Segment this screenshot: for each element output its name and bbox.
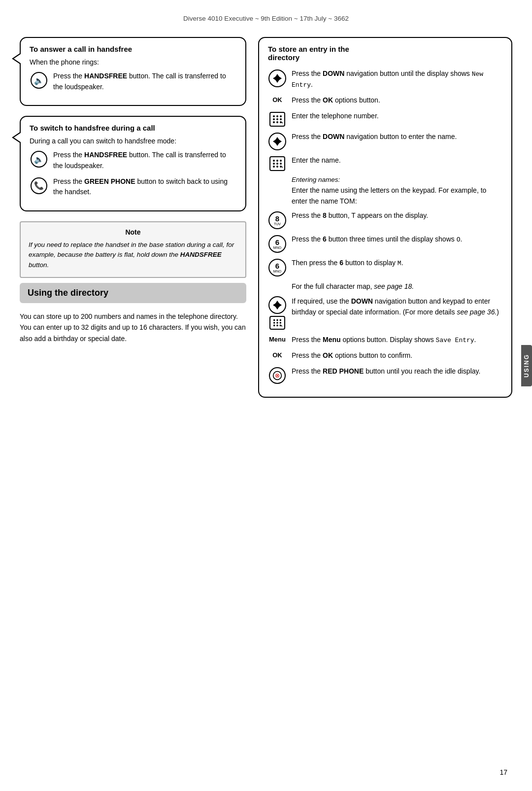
speaker-icon-cell: 🔈	[30, 71, 48, 89]
step-ok-confirm-text: Press the OK options button to confirm.	[292, 350, 502, 361]
entering-names-label: Entering names:	[292, 176, 502, 183]
red-phone-svg: ⊗	[272, 371, 282, 380]
step-enter-number-text: Enter the telephone number.	[292, 111, 502, 122]
section-body: You can store up to 200 numbers and name…	[20, 311, 246, 344]
store-entry-box: To store an entry in the directory	[258, 37, 512, 398]
char-map-note: For the full character map, see page 18.	[292, 281, 502, 292]
svg-marker-1	[275, 80, 279, 83]
side-tab: USING	[521, 345, 532, 386]
keypad-icon-2-cell	[268, 155, 287, 171]
svg-marker-30	[275, 301, 279, 304]
left-column: To answer a call in handsfree When the p…	[20, 37, 246, 408]
page-header: Diverse 4010 Executive ~ 9th Edition ~ 1…	[20, 15, 512, 22]
section-heading: Using the directory	[20, 283, 246, 303]
speaker-icon2-cell: 🔈	[30, 150, 48, 168]
box-switch-intro: During a call you can switch to handsfre…	[30, 137, 236, 145]
box-answer-step1-text: Press the HANDSFREE button. The call is …	[53, 71, 236, 92]
speaker-icon: 🔈	[31, 72, 47, 89]
step-press-6-three-text: Press the 6 button three times until the…	[292, 234, 502, 245]
step-press-6-again: 6 MNO Then press the 6 button to display…	[268, 258, 502, 276]
num6a-icon: 6 MNO	[268, 235, 286, 253]
num8-icon: 8 TUV	[268, 211, 286, 229]
nav-icon-2	[268, 133, 286, 150]
svg-rect-34	[276, 304, 279, 307]
svg-point-26	[273, 166, 275, 168]
step-menu: Menu Press the Menu options button. Disp…	[268, 335, 502, 345]
svg-marker-31	[275, 307, 279, 310]
step-birthday: If required, use the DOWN navigation but…	[268, 296, 502, 330]
step-press-6-three: 6 MNO Press the 6 button three times unt…	[268, 234, 502, 253]
svg-marker-18	[279, 139, 282, 143]
step-nav-new-entry: Press the DOWN navigation button until t…	[268, 69, 502, 90]
step-press-8: 8 TUV Press the 8 button, T appears on t…	[268, 210, 502, 229]
step-press-6-again-text: Then press the 6 button to display M.	[292, 258, 502, 269]
step-red-phone: ⊗ Press the RED PHONE button until you r…	[268, 366, 502, 384]
ok-label-1-cell: OK	[268, 95, 287, 103]
keypad-dots-2	[272, 159, 283, 169]
svg-marker-16	[275, 143, 279, 146]
svg-line-44	[281, 325, 282, 326]
svg-point-5	[273, 115, 275, 117]
step-nav-name-text: Press the DOWN navigation button to ente…	[292, 132, 502, 142]
speaker-icon-2: 🔈	[31, 151, 47, 168]
num6a-icon-cell: 6 MNO	[268, 234, 287, 253]
svg-rect-19	[276, 140, 279, 143]
birthday-icons-cell	[268, 296, 287, 330]
note-box: Note If you need to replace the handset …	[20, 221, 246, 278]
svg-marker-15	[275, 137, 279, 140]
svg-rect-4	[276, 77, 279, 80]
num8-icon-cell: 8 TUV	[268, 210, 287, 229]
header-text: Diverse 4010 Executive ~ 9th Edition ~ 1…	[183, 15, 349, 22]
nav-icon-birthday	[268, 296, 286, 314]
page-number: 17	[499, 768, 507, 776]
menu-label-cell: Menu	[268, 335, 287, 343]
note-text: If you need to replace the handset in th…	[29, 240, 237, 270]
svg-line-14	[282, 122, 283, 123]
svg-point-38	[273, 322, 275, 324]
box-switch-step1-text: Press the HANDSFREE button. The call is …	[53, 150, 236, 171]
svg-point-42	[276, 325, 278, 327]
step-enter-name-text: Enter the name.	[292, 155, 502, 166]
box-switch-handsfree: To switch to handsfree during a call Dur…	[20, 116, 246, 211]
ok-label-2: OK	[272, 351, 282, 359]
keypad-icon-birthday	[269, 316, 285, 330]
box-switch-title: To switch to handsfree during a call	[30, 124, 236, 132]
step-press-8-text: Press the 8 button, T appears on the dis…	[292, 210, 502, 221]
svg-point-39	[276, 322, 278, 324]
keypad-icon-1-cell	[268, 111, 287, 127]
svg-point-21	[276, 160, 278, 162]
svg-point-36	[276, 319, 278, 321]
step-enter-number: Enter the telephone number.	[268, 111, 502, 127]
svg-point-40	[280, 322, 282, 324]
svg-point-37	[280, 319, 282, 321]
nav-icon-2-cell	[268, 132, 287, 150]
svg-point-13	[280, 121, 282, 123]
entering-names-desc: Enter the name using the letters on the …	[292, 185, 502, 206]
keypad-dots-1	[272, 114, 283, 124]
step-ok-1: OK Press the OK options button.	[268, 95, 502, 106]
step-menu-text: Press the Menu options button. Display s…	[292, 335, 502, 345]
svg-marker-17	[273, 139, 276, 143]
svg-marker-33	[279, 303, 282, 307]
svg-point-23	[273, 163, 275, 165]
svg-marker-3	[279, 76, 282, 80]
nav-cross-icon-2	[272, 136, 283, 147]
step-ok-1-text: Press the OK options button.	[292, 95, 502, 106]
step-nav-name: Press the DOWN navigation button to ente…	[268, 132, 502, 150]
menu-label: Menu	[269, 336, 286, 343]
red-phone-icon-cell: ⊗	[268, 366, 287, 384]
svg-point-20	[273, 160, 275, 162]
ok-label-2-cell: OK	[268, 350, 287, 359]
svg-point-27	[276, 166, 278, 168]
svg-point-22	[280, 160, 282, 162]
svg-point-6	[276, 115, 278, 117]
svg-point-35	[273, 319, 275, 321]
svg-point-12	[276, 121, 278, 123]
num6b-icon: 6 MNO	[268, 259, 286, 276]
svg-point-41	[273, 325, 275, 327]
nav-cross-icon-1	[272, 73, 283, 84]
svg-marker-0	[275, 74, 279, 77]
box-answer-step1-row: 🔈 Press the HANDSFREE button. The call i…	[30, 71, 236, 92]
entering-names-section: Entering names: Enter the name using the…	[292, 176, 502, 206]
keypad-icon-1	[269, 112, 285, 127]
